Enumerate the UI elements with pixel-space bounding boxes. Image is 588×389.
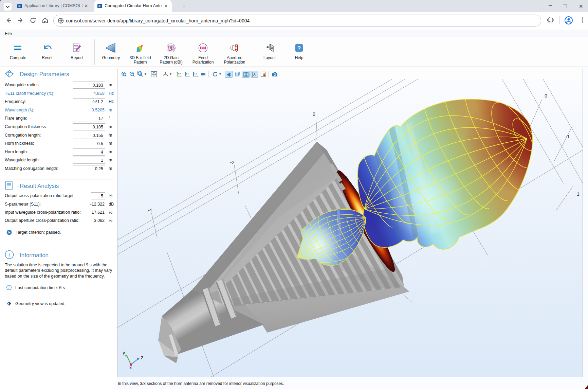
svg-text:xy: xy <box>178 72 181 75</box>
svg-text:y: y <box>123 350 125 355</box>
svg-text:?: ? <box>297 45 301 52</box>
svg-text:z: z <box>141 354 144 360</box>
svg-text:0: 0 <box>545 93 547 99</box>
svg-text:xz: xz <box>194 72 197 75</box>
svg-text:0: 0 <box>313 111 315 117</box>
svg-text:-4: -4 <box>148 208 152 213</box>
svg-text:1: 1 <box>577 191 580 197</box>
svg-text:i: i <box>8 286 10 289</box>
svg-text:yz: yz <box>186 72 189 75</box>
svg-text:i: i <box>8 251 10 258</box>
svg-text:-2: -2 <box>230 160 235 165</box>
svg-text:x: x <box>129 365 132 370</box>
svg-text:-1: -1 <box>566 134 570 139</box>
